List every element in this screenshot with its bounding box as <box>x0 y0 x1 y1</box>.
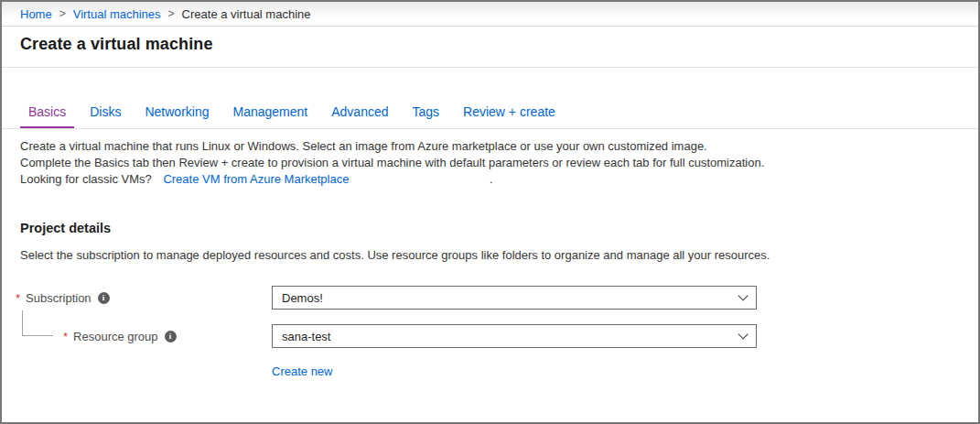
create-new-link[interactable]: Create new <box>272 364 332 378</box>
tab-tags[interactable]: Tags <box>404 98 448 128</box>
project-details-heading: Project details <box>20 221 960 235</box>
subscription-row: * Subscription i Demos! <box>16 286 960 310</box>
breadcrumb-current-page: Create a virtual machine <box>182 7 311 21</box>
chevron-down-icon <box>738 290 748 300</box>
breadcrumb-separator-icon: > <box>59 7 66 20</box>
create-vm-marketplace-link[interactable]: Create VM from Azure Marketplace <box>163 172 349 186</box>
subscription-dropdown[interactable]: Demos! <box>272 286 757 310</box>
tab-review-create[interactable]: Review + create <box>455 98 564 128</box>
intro-text: Create a virtual machine that runs Linux… <box>20 138 960 188</box>
resource-group-connector-line <box>22 310 53 336</box>
tab-disks[interactable]: Disks <box>81 98 129 128</box>
create-new-row: Create new <box>272 363 960 379</box>
resource-group-dropdown-value: sana-test <box>282 330 330 343</box>
classic-vms-line: Looking for classic VMs? Create VM from … <box>20 171 772 188</box>
intro-paragraph-1: Create a virtual machine that runs Linux… <box>20 138 772 155</box>
breadcrumb-separator-icon: > <box>168 7 175 20</box>
classic-vms-prompt: Looking for classic VMs? <box>20 172 152 186</box>
breadcrumb-virtual-machines-link[interactable]: Virtual machines <box>73 7 161 21</box>
tab-management[interactable]: Management <box>225 98 317 128</box>
subscription-dropdown-value: Demos! <box>282 291 323 305</box>
subscription-label: * Subscription i <box>16 291 272 305</box>
create-vm-page: Home > Virtual machines > Create a virtu… <box>0 0 980 424</box>
resource-group-label: * Resource group i <box>16 330 272 343</box>
resource-group-row: * Resource group i sana-test <box>16 324 960 348</box>
breadcrumb: Home > Virtual machines > Create a virtu… <box>2 2 978 27</box>
tab-content-basics: Create a virtual machine that runs Linux… <box>2 138 978 379</box>
project-details-form: * Subscription i Demos! * Resource group… <box>16 286 960 379</box>
tab-advanced[interactable]: Advanced <box>323 98 396 128</box>
tab-networking[interactable]: Networking <box>136 98 217 128</box>
info-icon[interactable]: i <box>98 292 110 304</box>
resource-group-dropdown[interactable]: sana-test <box>272 324 757 348</box>
tab-bar: Basics Disks Networking Management Advan… <box>2 98 978 129</box>
project-details-description: Select the subscription to manage deploy… <box>20 247 772 264</box>
info-icon[interactable]: i <box>165 331 177 342</box>
resource-group-label-text: Resource group <box>73 330 158 343</box>
required-asterisk: * <box>63 330 68 343</box>
breadcrumb-home-link[interactable]: Home <box>20 7 52 21</box>
chevron-down-icon <box>738 329 748 339</box>
trailing-period: . <box>490 171 493 188</box>
required-asterisk: * <box>16 291 20 305</box>
title-section: Create a virtual machine <box>2 27 978 68</box>
tab-basics[interactable]: Basics <box>20 98 74 128</box>
subscription-label-text: Subscription <box>26 291 92 305</box>
page-title: Create a virtual machine <box>20 35 960 54</box>
intro-paragraph-2: Complete the Basics tab then Review + cr… <box>20 155 772 171</box>
